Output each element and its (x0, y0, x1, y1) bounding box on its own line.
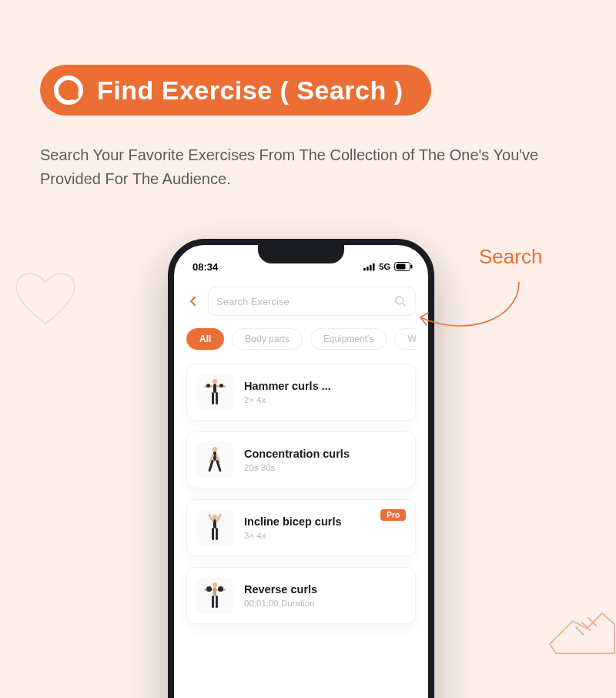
back-chevron-icon[interactable] (186, 294, 200, 308)
pro-badge: Pro (380, 509, 406, 521)
exercise-subtitle: 3× 4x (244, 531, 370, 540)
exercise-item[interactable]: Incline bicep curls 3× 4x Pro (186, 499, 416, 556)
phone-mockup: 08:34 5G (168, 239, 434, 698)
exercise-item[interactable]: Hammer curls ... 2× 4x (186, 364, 416, 421)
page-subtitle: Search Your Favorite Exercises From The … (40, 143, 576, 191)
svg-rect-5 (397, 264, 406, 270)
status-time: 08:34 (192, 261, 218, 273)
filter-chip-all[interactable]: All (186, 328, 224, 350)
search-badge-icon (54, 76, 83, 105)
exercise-title: Incline bicep curls (244, 515, 370, 528)
filter-chip-more[interactable]: W (394, 328, 416, 350)
svg-rect-3 (373, 263, 375, 270)
exercise-subtitle: 00:01:00 Duration (244, 599, 406, 608)
exercise-subtitle: 20s 30s (244, 463, 406, 472)
heart-decoration-icon (12, 268, 79, 328)
signal-icon (363, 263, 375, 271)
callout-label: Search (479, 245, 542, 269)
exercise-thumb-icon (196, 374, 233, 411)
shoe-decoration-icon (542, 590, 616, 664)
exercise-title: Reverse curls (244, 583, 406, 596)
exercise-subtitle: 2× 4x (244, 395, 406, 404)
page-header-pill: Find Exercise ( Search ) (40, 65, 431, 116)
phone-notch (258, 245, 344, 263)
exercise-title: Concentration curls (244, 448, 406, 460)
exercise-title: Hammer curls ... (244, 380, 406, 392)
exercise-thumb-icon (196, 577, 233, 614)
exercise-list: Hammer curls ... 2× 4x Concentration cur… (186, 364, 416, 624)
exercise-item[interactable]: Concentration curls 20s 30s (186, 431, 416, 488)
exercise-thumb-icon (196, 441, 233, 478)
svg-rect-0 (363, 267, 366, 270)
svg-rect-2 (370, 264, 372, 270)
filter-chip-row: All Body parts Equipment's W (186, 328, 416, 350)
svg-rect-6 (411, 265, 413, 269)
exercise-thumb-icon (196, 509, 233, 546)
search-input[interactable] (216, 296, 387, 307)
status-network: 5G (379, 262, 390, 271)
svg-rect-1 (367, 267, 369, 270)
battery-icon (394, 262, 413, 271)
exercise-item[interactable]: Reverse curls 00:01:00 Duration (186, 567, 416, 624)
page-title: Find Exercise ( Search ) (97, 76, 403, 106)
filter-chip-bodyparts[interactable]: Body parts (232, 328, 302, 350)
search-box[interactable] (208, 287, 416, 316)
svg-line-8 (403, 304, 405, 306)
filter-chip-equipments[interactable]: Equipment's (310, 328, 387, 350)
search-icon[interactable] (393, 294, 407, 308)
